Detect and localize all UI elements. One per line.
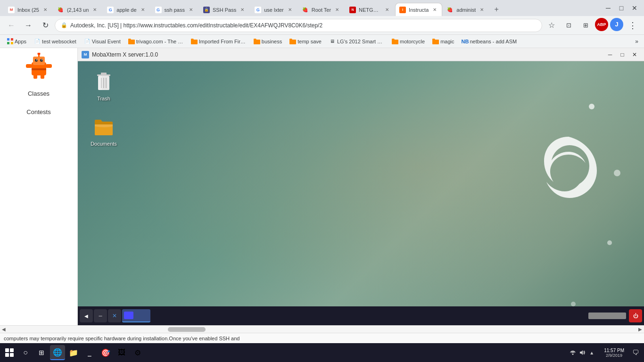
notification-button[interactable]: 🗨: [629, 346, 642, 359]
minimize-button[interactable]: ─: [603, 2, 614, 14]
tab-lxterm[interactable]: G use lxter ✕: [250, 3, 297, 16]
scroll-area: ◀ ▶: [0, 325, 644, 333]
maximize-button[interactable]: □: [616, 2, 627, 14]
up-arrow-tray[interactable]: ▲: [588, 349, 595, 356]
adblock-icon[interactable]: ABP: [595, 18, 608, 31]
bookmark-temp-save[interactable]: temp save: [287, 37, 324, 46]
tab-2[interactable]: 🍓 (2,143 un ✕: [53, 3, 102, 16]
tab-admin-close[interactable]: ✕: [479, 7, 485, 13]
power-icon: ⏻: [633, 313, 638, 319]
chrome-taskbar-button[interactable]: 🌐: [50, 345, 65, 360]
file-explorer-button[interactable]: 📁: [66, 345, 81, 360]
taskbar-left-arrow[interactable]: ◀: [80, 309, 93, 322]
chrome-menu-button[interactable]: ⋮: [625, 18, 640, 33]
mobaxterm-title: MobaXterm X server:1.0.0: [92, 51, 602, 58]
reload-button[interactable]: ↻: [38, 18, 53, 33]
tab-ssh2[interactable]: 🔒 SSH Pass ✕: [199, 3, 250, 16]
tab-instructables[interactable]: i Instructa ✕: [395, 3, 442, 16]
clock-time: 11:57 PM: [604, 348, 624, 353]
network-tray-icon[interactable]: [569, 349, 577, 356]
tab-root[interactable]: 🍓 Root Ter ✕: [298, 3, 345, 16]
tab-2-close[interactable]: ✕: [91, 7, 98, 13]
bookmark-lg-tv[interactable]: 🖥 LG's 2012 Smart TV i...: [326, 37, 387, 46]
tab-ssh1[interactable]: G ssh pass ✕: [151, 3, 198, 16]
taskbar-xserver[interactable]: ✕: [108, 309, 121, 322]
start-button[interactable]: [2, 345, 17, 360]
svg-rect-0: [7, 38, 9, 41]
tab-lxterm-close[interactable]: ✕: [287, 7, 293, 13]
bookmark-imported[interactable]: Imported From Firef...: [188, 37, 249, 46]
windows-taskbar: ○ ⊞ 🌐 📁 _ 🎯 🖼 ⚙: [0, 343, 644, 362]
bookmark-visual-event[interactable]: 📄 Visual Event: [81, 37, 124, 46]
bookmark-magic[interactable]: magic: [429, 37, 457, 46]
tab-ssh1-close[interactable]: ✕: [188, 7, 194, 13]
taskbar-minimize-all[interactable]: ─: [94, 309, 107, 322]
bookmark-trivago[interactable]: trivago.com - The w...: [125, 37, 186, 46]
taskbar-active-app[interactable]: [122, 309, 150, 322]
mobaxterm-minimize-button[interactable]: ─: [604, 50, 616, 59]
taskbar-scroll-thumb[interactable]: [588, 313, 626, 319]
svg-point-7: [40, 59, 43, 62]
tab-admin[interactable]: 🍓 administ ✕: [443, 3, 489, 16]
dot-2: [614, 170, 620, 176]
app5-icon: 🎯: [101, 348, 110, 357]
taskbar-app6[interactable]: 🖼: [114, 345, 129, 360]
profile-avatar[interactable]: J: [610, 18, 623, 31]
tab-apple-close[interactable]: ✕: [140, 7, 146, 13]
system-clock[interactable]: 11:57 PM 2/9/2019: [600, 348, 628, 358]
extensions-button[interactable]: ⊞: [578, 18, 593, 33]
forward-button[interactable]: →: [21, 18, 36, 33]
ssh2-favicon: 🔒: [203, 7, 210, 13]
bookmarks-star[interactable]: ☆: [544, 18, 559, 33]
documents-icon-container[interactable]: Documents: [87, 116, 120, 147]
volume-tray-icon[interactable]: [578, 349, 586, 356]
back-button[interactable]: ←: [4, 18, 19, 33]
bookmark-netbeans[interactable]: NB netbeans - add ASM: [459, 37, 520, 46]
folder-icon-imported: [191, 38, 198, 45]
bookmark-test-websocket[interactable]: 📄 test websocket: [31, 37, 79, 46]
tab-apple[interactable]: G apple de ✕: [103, 3, 150, 16]
bookmarks-more-button[interactable]: »: [633, 37, 640, 46]
bookmark-apps[interactable]: Apps: [4, 37, 29, 46]
tab-root-close[interactable]: ✕: [334, 7, 340, 13]
tab-instructables-close[interactable]: ✕: [431, 7, 438, 13]
dot-3: [607, 240, 612, 245]
address-bar[interactable]: 🔒 Autodesk, Inc. [US] | https://www.inst…: [55, 19, 542, 32]
taskbar-app5[interactable]: 🎯: [98, 345, 113, 360]
tab-netgear-close[interactable]: ✕: [384, 7, 390, 13]
tab-gmail-close[interactable]: ✕: [42, 7, 49, 13]
cast-button[interactable]: ⊡: [561, 18, 576, 33]
tab-strip: M Inbox (25 ✕ 🍓 (2,143 un ✕ G apple de ✕…: [4, 0, 599, 16]
notification-icon: 🗨: [632, 349, 639, 356]
sidebar-classes[interactable]: Classes: [24, 88, 53, 99]
folder-icon-business: [254, 38, 260, 45]
netbeans-icon: NB: [462, 38, 469, 45]
tab-ssh2-close[interactable]: ✕: [239, 7, 246, 13]
app6-icon: 🖼: [118, 348, 125, 357]
cortana-button[interactable]: ○: [18, 345, 33, 360]
tab-gmail[interactable]: M Inbox (25 ✕: [4, 3, 53, 16]
scroll-right-arrow[interactable]: ▶: [636, 327, 644, 332]
terminal-button[interactable]: _: [82, 345, 97, 360]
taskbar-settings[interactable]: ⚙: [130, 345, 145, 360]
close-button[interactable]: ✕: [629, 2, 640, 14]
trash-icon-container[interactable]: Trash: [87, 71, 120, 102]
minimize-all-icon: ─: [99, 313, 102, 319]
mobaxterm-maximize-button[interactable]: □: [617, 50, 628, 59]
tab-netgear[interactable]: N NETGEAR ✕: [345, 3, 395, 16]
scroll-thumb[interactable]: [168, 327, 206, 332]
debian-swirl-icon: [531, 127, 606, 203]
taskbar-power-button[interactable]: ⏻: [629, 309, 642, 322]
bookmark-business[interactable]: business: [251, 37, 285, 46]
mobaxterm-close-button[interactable]: ✕: [629, 50, 640, 59]
xserver-icon: ✕: [112, 313, 117, 319]
svg-rect-13: [46, 64, 52, 68]
new-tab-button[interactable]: +: [490, 3, 503, 16]
scroll-left-arrow[interactable]: ◀: [0, 327, 8, 332]
status-bar: computers may temporarily require specif…: [0, 333, 644, 343]
folder-icon-trivago: [128, 38, 135, 45]
sidebar-contests[interactable]: Contests: [23, 107, 54, 117]
bookmark-motorcycle[interactable]: motorcycle: [389, 37, 428, 46]
svg-point-24: [572, 354, 574, 355]
task-view-button[interactable]: ⊞: [34, 345, 49, 360]
